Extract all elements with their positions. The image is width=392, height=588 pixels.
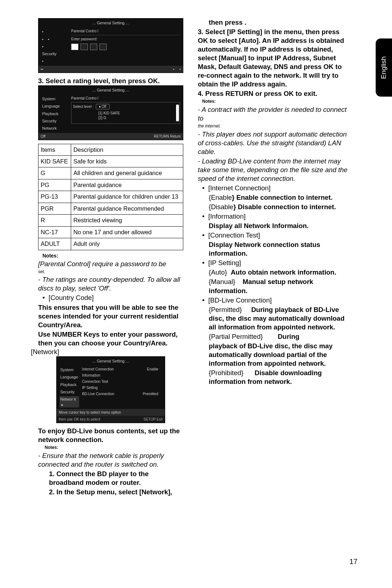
step-3-rating: 3. Select a rating level, then press OK. (38, 77, 183, 85)
table-row: RRestricted viewing (38, 215, 183, 226)
osd-hint: Move cursor key to select menu option (59, 410, 121, 415)
osd-menu-item: System (60, 367, 79, 373)
ip-auto: {Auto} Auto obtain network information. (198, 268, 350, 277)
osd-menu: System Language Playback Security Networ… (57, 365, 82, 409)
country-code-desc-1: This ensures that you will be able to se… (38, 303, 183, 329)
th-desc: Description (71, 144, 183, 155)
osd-action: RETURN Retum (154, 134, 181, 139)
pw-box (90, 44, 97, 50)
bd-note-1: - Ensure that the network cable is prope… (38, 451, 183, 469)
th-items: Items (38, 144, 71, 155)
parental-note-1: [Parental Control] require a password to… (38, 260, 183, 268)
notes-label-2: Notes: (38, 445, 183, 451)
step-2-cont: then press . (198, 18, 350, 27)
table-row: NC-17No one 17 and under allowed (38, 226, 183, 238)
rating-option: [1] KID SAFE (73, 111, 178, 115)
osd-menu-item: Security (60, 389, 79, 395)
note-2: - This player does not support automatic… (198, 130, 350, 156)
pw-box (71, 44, 78, 50)
osd-panel-title: Parental Contro l (71, 29, 180, 33)
step-3-ip: 3. Select [IP Setting] in the menu, then… (198, 28, 350, 89)
page-content: ... General Setting ... ▪▪ ▪▪ Security ▪… (0, 0, 392, 496)
country-code-desc-2: Use NUMBER Keys to enter your password, … (38, 330, 183, 348)
osd-network: ... General Setting ... System Language … (56, 356, 165, 423)
parental-note-1b: set. (38, 269, 183, 275)
step-4: 4. Press RETURN or press OK to exit. (198, 89, 350, 98)
right-column: then press . 3. Select [IP Setting] in t… (194, 18, 350, 496)
table-header-row: ItemsDescription (38, 144, 183, 155)
osd-action: SETUP Exit (143, 417, 163, 422)
osd-parental-password: ... General Setting ... ▪▪ ▪▪ Security ▪… (38, 18, 183, 73)
connection-test: • [Connection Test] (198, 231, 350, 240)
note-3: - Loading BD-Live content from the inter… (198, 157, 350, 183)
osd-title: ... General Setting ... (38, 86, 183, 94)
ip-setting: • [IP Setting] (198, 259, 350, 267)
connection-test-desc: Display Network connection status inform… (198, 240, 350, 258)
language-label: English (379, 56, 388, 79)
osd-menu-item-active: Networ k ▸ (60, 396, 79, 407)
left-column: ... General Setting ... ▪▪ ▪▪ Security ▪… (38, 18, 183, 496)
information: • [Information] (198, 212, 350, 221)
scroll-area: Select level :Off [1] KID SAFE [2] G (71, 102, 180, 124)
osd-menu-security: Security (41, 51, 68, 57)
osd-title: ... General Setting ... (38, 19, 183, 27)
rating-table: ItemsDescription KID SAFESafe for kids G… (38, 144, 183, 250)
notes-label: Notes: (38, 252, 183, 259)
bdc-partial-line1: {Partial Permitted} During (198, 332, 350, 341)
select-off: Off (102, 104, 106, 109)
osd-menu-item: Playback (60, 382, 79, 388)
select-level-label: Select level : (73, 104, 94, 109)
note-1b: the internet. (198, 123, 350, 129)
page-number: 17 (350, 557, 358, 566)
language-tab: English (376, 38, 392, 97)
osd-menu-item: Language (60, 374, 79, 380)
bdc-partial: playback of BD-Live disc, the disc may a… (198, 342, 350, 368)
osd-menu-item: System (41, 96, 68, 102)
rating-option: [2] G (73, 115, 178, 120)
osd-hint-2: then use OK key to select (59, 417, 100, 421)
osd-menu-item: Security (41, 118, 68, 124)
password-boxes (71, 44, 180, 50)
notes-label-3: Notes: (198, 99, 350, 105)
bd-live-intro: To enjoy BD-Live bonus contents, set up … (38, 427, 183, 444)
osd-menu: ▪▪ ▪▪ Security ▪ (38, 27, 71, 65)
osd-title: ... General Setting ... (57, 357, 165, 365)
enter-password-label: Enter password: (71, 37, 180, 41)
parental-note-2: - The ratings are country-depended. To a… (38, 275, 183, 293)
table-row: PGParental guidance (38, 179, 183, 191)
network-heading: [Network] (31, 348, 183, 356)
osd-panel: Parental Contro l Enter password: (71, 27, 183, 65)
ic-disable: {Disable} Disable connection to internet… (198, 203, 350, 211)
osd-menu-item: Network (41, 125, 68, 131)
ip-manual: {Manual} Manual setup network informatio… (198, 277, 350, 295)
table-row: KID SAFESafe for kids (38, 156, 183, 167)
internet-connection: • [Internet Connection] (198, 184, 350, 192)
country-code-label: • [Country Code] (38, 293, 183, 302)
bdc-prohibited: {Prohibited} Disable downloading informa… (198, 369, 350, 386)
table-row: ADULTAdult only (38, 238, 183, 250)
osd-menu-item: Language (41, 103, 68, 109)
step-1: 1. Connect the BD player to the broadban… (38, 470, 183, 487)
osd-status: Off (41, 134, 45, 139)
information-desc: Display all Network Informaion. (198, 222, 350, 230)
osd-panel: Internet ConnectionEnable Information Co… (82, 365, 165, 409)
osd-select-level: ... General Setting ... System Language … (38, 85, 183, 140)
note-1: - A contract with the provider is needed… (198, 105, 350, 123)
pw-box (81, 44, 88, 50)
bd-live-connection: • [BD-Live Connection] (198, 296, 350, 305)
osd-menu: System Language Playback Security Networ… (38, 94, 71, 133)
table-row: PGRParental guidance Recommended (38, 203, 183, 214)
bdc-permitted: {Permitted} During playback of BD-Live d… (198, 305, 350, 332)
ic-enable: {Enable} Enable connection to internet. (198, 193, 350, 202)
osd-panel-title: Parental Contro l (71, 96, 180, 101)
table-row: PG-13Parental guidance for children unde… (38, 191, 183, 203)
osd-menu-item: Playback (41, 111, 68, 117)
scrollbar-icon (176, 105, 179, 121)
pw-box (99, 44, 107, 50)
table-row: GAll children and general guidance (38, 167, 183, 179)
step-2: 2. In the Setup menu, select [Network], (38, 488, 183, 496)
